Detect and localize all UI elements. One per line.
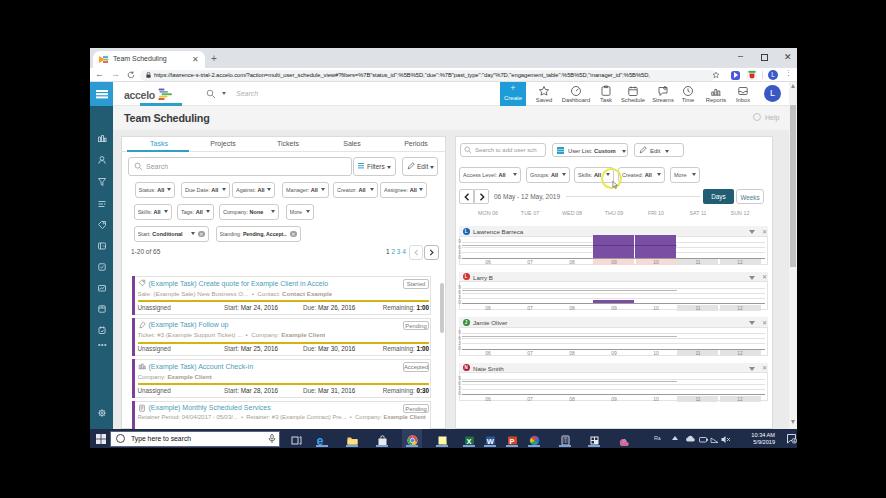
svg-text:X: X (466, 437, 471, 446)
svg-text:P: P (509, 437, 514, 446)
svg-text:W: W (486, 437, 494, 446)
